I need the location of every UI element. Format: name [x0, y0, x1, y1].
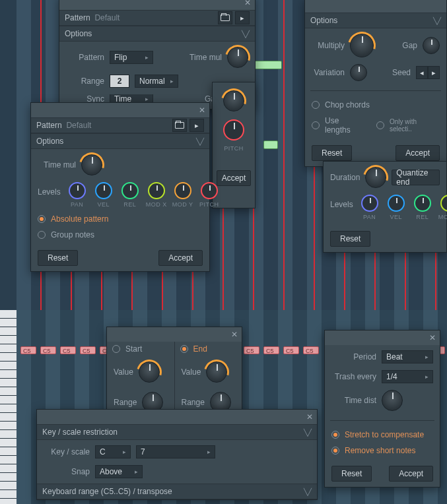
period-combo[interactable]: Beat▸: [382, 350, 433, 363]
absolute-pattern-radio[interactable]: [38, 215, 46, 223]
note[interactable]: C5: [60, 346, 76, 354]
play-icon[interactable]: ▸: [189, 119, 204, 132]
variation-knob[interactable]: [350, 64, 367, 81]
options-label: Options: [65, 29, 92, 38]
seed-prev-button[interactable]: ◂: [416, 66, 428, 79]
knob[interactable]: [223, 90, 244, 111]
reset-button[interactable]: Reset: [331, 466, 372, 482]
range-mode-combo[interactable]: Normal▸: [135, 75, 178, 88]
group-notes-radio[interactable]: [38, 231, 46, 239]
start-value-knob[interactable]: [139, 362, 160, 383]
levels-label: Levels: [330, 200, 353, 209]
start-radio[interactable]: [112, 345, 120, 353]
close-icon[interactable]: ✕: [230, 330, 239, 339]
accept-button[interactable]: Accept: [389, 466, 433, 482]
close-icon[interactable]: ✕: [305, 412, 314, 422]
note[interactable]: C5: [80, 346, 96, 354]
pattern-label: Pattern: [65, 13, 90, 22]
time-mul-label: Time mul: [38, 160, 76, 170]
panel-start-end[interactable]: ✕ Start Value Range End Value Range: [106, 327, 242, 419]
time-mul-knob[interactable]: [227, 47, 248, 68]
period-label: Period: [331, 352, 376, 362]
time-dist-label: Time dist: [331, 396, 376, 405]
pattern-mode-combo[interactable]: Flip▸: [110, 51, 153, 64]
note[interactable]: C5: [20, 346, 36, 354]
note[interactable]: C5: [263, 346, 279, 354]
stretch-radio[interactable]: [331, 431, 339, 439]
close-icon[interactable]: ✕: [243, 0, 252, 7]
gap-label: Gap: [402, 41, 417, 50]
clip[interactable]: [263, 141, 278, 149]
vel-knob[interactable]: [388, 195, 405, 212]
quantize-end-button[interactable]: Quantize end: [392, 170, 440, 185]
range-value[interactable]: 2: [110, 75, 129, 88]
pitch-knob[interactable]: [223, 119, 244, 141]
close-icon[interactable]: ✕: [197, 106, 207, 115]
time-mul-label: Time mul: [184, 53, 222, 62]
section-keyboard-range[interactable]: Keyboard range (C5..C5) / transpose ╲╱: [37, 484, 317, 499]
note[interactable]: C5: [40, 346, 56, 354]
section-options[interactable]: Options ╲╱: [305, 13, 446, 28]
key-scale-label: Key / scale: [44, 447, 90, 457]
folder-icon[interactable]: [172, 119, 187, 132]
only-selection-radio[interactable]: [376, 121, 384, 129]
clip[interactable]: [254, 61, 282, 69]
pitch-knob[interactable]: [201, 182, 218, 199]
section-key-scale[interactable]: Key / scale restriction ╲╱: [37, 424, 317, 440]
use-lengths-radio[interactable]: [312, 121, 320, 129]
pan-knob[interactable]: [69, 182, 86, 199]
chop-chords-radio[interactable]: [312, 101, 320, 109]
note[interactable]: C5: [244, 346, 259, 354]
section-options[interactable]: Options ╲╱: [59, 26, 255, 42]
gap-knob[interactable]: [423, 37, 440, 54]
modx-knob[interactable]: [440, 195, 447, 212]
snap-combo[interactable]: Above▸: [95, 465, 143, 478]
panel-arp-b[interactable]: ✕ Pattern Default ▸ Options ╲╱ Time mul …: [30, 102, 210, 272]
folder-icon[interactable]: [218, 11, 232, 24]
chevron-up-icon: ╲╱: [433, 17, 441, 24]
trash-combo[interactable]: 1/4▸: [382, 370, 433, 383]
reset-button[interactable]: Reset: [330, 231, 370, 247]
note[interactable]: C5: [283, 346, 299, 354]
time-dist-knob[interactable]: [382, 390, 403, 411]
section-pattern[interactable]: Pattern Default ▸: [59, 10, 255, 26]
duration-knob[interactable]: [365, 167, 386, 188]
key-combo[interactable]: C▸: [95, 445, 131, 458]
pan-knob[interactable]: [361, 195, 378, 212]
panel-flam[interactable]: ✕ PeriodBeat▸ Trash every1/4▸ Time dist …: [324, 330, 440, 488]
accept-button[interactable]: Accept: [158, 250, 203, 266]
mody-knob[interactable]: [174, 182, 191, 199]
pattern-value: Default: [94, 13, 120, 22]
close-icon[interactable]: ✕: [428, 333, 437, 342]
piano-keys[interactable]: [0, 310, 17, 504]
panel-key-scale[interactable]: ✕ Key / scale restriction ╲╱ Key / scale…: [36, 409, 318, 500]
reset-button[interactable]: Reset: [312, 145, 352, 161]
time-mul-knob[interactable]: [81, 154, 102, 175]
remove-short-radio[interactable]: [331, 447, 339, 455]
end-value-knob[interactable]: [206, 362, 227, 383]
levels-label: Levels: [38, 187, 61, 197]
variation-label: Variation: [312, 68, 345, 77]
rel-knob[interactable]: [414, 195, 431, 212]
end-radio[interactable]: [180, 345, 188, 353]
panel-quantize[interactable]: Duration Quantize end Levels PAN VEL REL…: [323, 161, 447, 253]
levels-knob-set: PAN VEL REL MOD X MOD Y PITCH: [66, 182, 221, 208]
note[interactable]: C5: [303, 346, 319, 354]
panel-chop[interactable]: Options ╲╱ Multiply Gap Variation Seed ◂…: [304, 0, 447, 167]
multiply-label: Multiply: [312, 41, 345, 50]
accept-button[interactable]: Accept: [395, 145, 440, 161]
accept-button[interactable]: Accept: [217, 170, 251, 186]
trash-label: Trash every: [331, 372, 376, 381]
chevron-up-icon: ╲╱: [196, 138, 204, 145]
seed-next-button[interactable]: ▸: [428, 66, 440, 79]
scale-combo[interactable]: 7▸: [136, 445, 215, 458]
vel-knob[interactable]: [95, 182, 112, 199]
section-pattern[interactable]: Pattern Default ▸: [31, 117, 209, 133]
play-icon[interactable]: ▸: [235, 11, 250, 24]
rel-knob[interactable]: [121, 182, 139, 199]
reset-button[interactable]: Reset: [38, 250, 78, 266]
modx-knob[interactable]: [148, 182, 165, 199]
seed-label: Seed: [392, 68, 411, 77]
multiply-knob[interactable]: [350, 34, 374, 57]
section-options[interactable]: Options ╲╱: [31, 133, 209, 149]
